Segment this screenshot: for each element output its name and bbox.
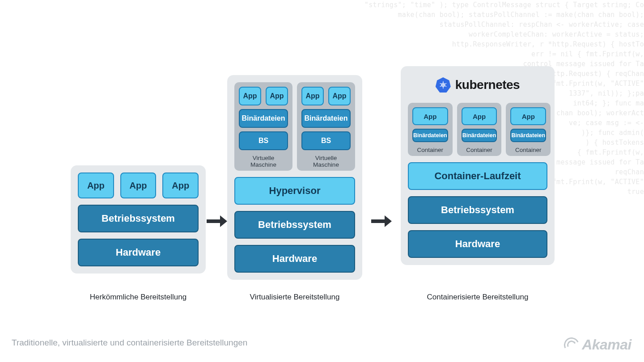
caption-traditional: Herkömmliche Bereitstellung	[71, 293, 206, 302]
brand-logo: Akamai	[564, 337, 631, 353]
app-box: App	[328, 87, 351, 105]
hardware-box: Hardware	[234, 245, 355, 273]
container-group: App Binärdateien Container	[506, 103, 551, 156]
app-box: App	[239, 87, 261, 105]
os-short-box: BS	[301, 131, 351, 150]
panel-containerized: kubernetes App Binärdateien Container Ap…	[401, 66, 555, 265]
binaries-box: Binärdateien	[239, 109, 288, 128]
vm-label: Virtuelle Maschine	[301, 155, 351, 168]
vm-group: App App Binärdateien BS Virtuelle Maschi…	[297, 82, 355, 171]
os-short-box: BS	[239, 131, 288, 150]
container-label: Container	[462, 147, 497, 153]
hardware-box: Hardware	[408, 230, 547, 258]
footer-caption: Traditionelle, virtualisierte und contai…	[12, 338, 247, 348]
app-box: App	[301, 87, 324, 105]
caption-containerized: Containerisierte Bereitstellung	[401, 293, 555, 302]
arrow-icon	[370, 214, 393, 229]
binaries-box: Binärdateien	[301, 109, 351, 128]
panel-virtualized: App App Binärdateien BS Virtuelle Maschi…	[227, 75, 362, 280]
app-box: App	[78, 173, 114, 198]
binaries-box: Binärdateien	[412, 129, 448, 142]
hypervisor-box: Hypervisor	[234, 177, 355, 205]
arrow-icon	[206, 214, 228, 229]
app-box: App	[510, 107, 546, 125]
binaries-box: Binärdateien	[510, 129, 546, 142]
app-box: App	[120, 173, 157, 198]
binaries-box: Binärdateien	[462, 129, 497, 142]
vm-label: Virtuelle Maschine	[239, 155, 288, 168]
app-box: App	[462, 107, 497, 125]
kubernetes-header: kubernetes	[408, 73, 547, 97]
app-box: App	[162, 173, 199, 198]
kubernetes-logo-icon	[436, 77, 451, 93]
vm-group: App App Binärdateien BS Virtuelle Maschi…	[234, 82, 292, 171]
container-label: Container	[510, 147, 546, 153]
app-box: App	[412, 107, 448, 125]
brand-wave-icon	[562, 335, 581, 355]
hardware-box: Hardware	[78, 239, 199, 266]
kubernetes-label: kubernetes	[455, 78, 520, 92]
container-label: Container	[412, 147, 448, 153]
app-box: App	[266, 87, 288, 105]
container-group: App Binärdateien Container	[457, 103, 502, 156]
brand-text: Akamai	[582, 337, 631, 353]
panel-traditional: App App App Betriebssystem Hardware	[71, 165, 206, 274]
caption-virtualized: Virtualisierte Bereitstellung	[227, 293, 362, 302]
os-box: Betriebssystem	[234, 211, 355, 239]
container-group: App Binärdateien Container	[408, 103, 453, 156]
container-runtime-box: Container-Laufzeit	[408, 162, 547, 190]
os-box: Betriebssystem	[78, 205, 199, 232]
os-box: Betriebssystem	[408, 196, 547, 224]
